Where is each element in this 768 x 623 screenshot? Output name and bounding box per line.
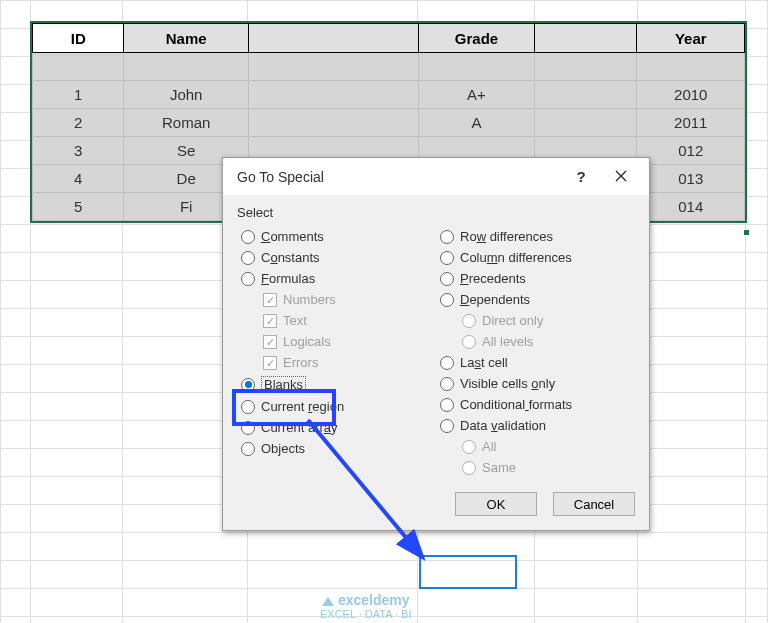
- go-to-special-dialog: Go To Special ? Select CommentsConstants…: [222, 157, 650, 531]
- cancel-button[interactable]: Cancel: [553, 492, 635, 516]
- option-current-array[interactable]: Current array: [237, 417, 436, 438]
- options-left: CommentsConstantsFormulas✓Numbers✓Text✓L…: [237, 226, 436, 478]
- dialog-titlebar[interactable]: Go To Special ?: [223, 158, 649, 195]
- header-empty1: [248, 24, 418, 53]
- option-constants[interactable]: Constants: [237, 247, 436, 268]
- help-button[interactable]: ?: [561, 168, 601, 185]
- option-logicals: ✓Logicals: [237, 331, 436, 352]
- option-formulas[interactable]: Formulas: [237, 268, 436, 289]
- header-id: ID: [33, 24, 124, 53]
- option-numbers: ✓Numbers: [237, 289, 436, 310]
- table-row[interactable]: 2RomanA2011: [33, 109, 745, 137]
- selection-handle[interactable]: [743, 229, 750, 236]
- option-last-cell[interactable]: Last cell: [436, 352, 635, 373]
- option-current-region[interactable]: Current region: [237, 396, 436, 417]
- close-button[interactable]: [601, 169, 641, 185]
- option-precedents[interactable]: Precedents: [436, 268, 635, 289]
- header-year: Year: [637, 24, 745, 53]
- section-label: Select: [237, 205, 635, 220]
- option-text: ✓Text: [237, 310, 436, 331]
- option-data-validation[interactable]: Data validation: [436, 415, 635, 436]
- option-conditional-formats[interactable]: Conditional formats: [436, 394, 635, 415]
- table-row[interactable]: 1JohnA+2010: [33, 81, 745, 109]
- option-all: All: [436, 436, 635, 457]
- option-errors: ✓Errors: [237, 352, 436, 373]
- option-objects[interactable]: Objects: [237, 438, 436, 459]
- header-grade: Grade: [418, 24, 534, 53]
- option-comments[interactable]: Comments: [237, 226, 436, 247]
- close-icon: [615, 170, 627, 182]
- option-dependents[interactable]: Dependents: [436, 289, 635, 310]
- options-right: Row differencesColumn differencesPrecede…: [436, 226, 635, 478]
- ok-button[interactable]: OK: [455, 492, 537, 516]
- option-row-differences[interactable]: Row differences: [436, 226, 635, 247]
- header-name: Name: [124, 24, 248, 53]
- option-visible-cells-only[interactable]: Visible cells only: [436, 373, 635, 394]
- dialog-title: Go To Special: [237, 169, 561, 185]
- option-all-levels: All levels: [436, 331, 635, 352]
- option-column-differences[interactable]: Column differences: [436, 247, 635, 268]
- option-same: Same: [436, 457, 635, 478]
- option-direct-only: Direct only: [436, 310, 635, 331]
- header-empty2: [535, 24, 637, 53]
- option-blanks[interactable]: Blanks: [237, 373, 436, 396]
